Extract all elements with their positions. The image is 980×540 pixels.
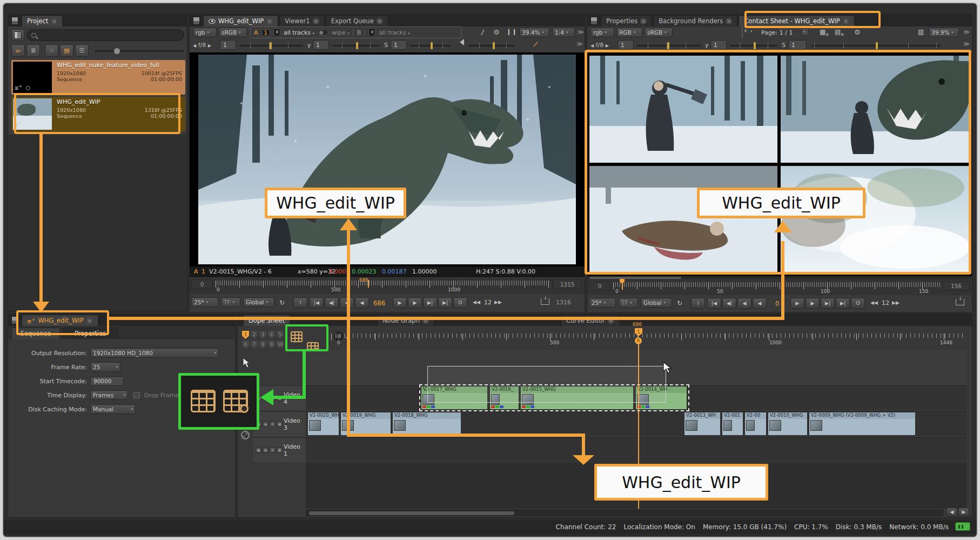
gamma-slider[interactable] [332,45,380,46]
wipe-pattern-icon[interactable]: ▨ [918,28,924,36]
volume-slider[interactable] [468,45,515,46]
playhead-badge[interactable]: A [635,337,642,344]
mask-icon[interactable]: ▣ [277,447,283,453]
close-icon[interactable] [726,18,732,24]
export-icon[interactable]: ↓ [956,299,964,305]
chevron-more-icon[interactable]: ≫ [963,29,969,36]
track-header-video1[interactable]: ●◉≣▣ Video 1 [253,437,306,462]
chevron-more-icon[interactable]: ≫ [578,29,583,36]
step-back-button[interactable]: ◀ [753,298,767,309]
jump-frames-value[interactable]: 12 [484,299,492,306]
jump-back-button[interactable]: ◀◀ [473,299,480,305]
select-row-icon[interactable]: ▦⊗ [820,28,829,37]
tag-10[interactable]: 10 [277,341,284,349]
current-frame[interactable]: 686 [373,299,385,307]
timeline-hscrollbar[interactable] [306,510,943,516]
eye-icon[interactable]: ◉ [263,447,269,453]
start-timecode-field[interactable]: 90000 [90,376,124,386]
timeline-clip[interactable]: V2-0013_WH [684,412,721,436]
jump-fwd-button[interactable]: ▶▶ [892,300,900,305]
tag-7[interactable]: 7 [251,341,258,349]
gamma-field[interactable]: 1 [710,40,727,50]
playhead-marker[interactable] [368,280,369,288]
track-lane-video1[interactable] [306,437,966,462]
prev-edit-button[interactable]: ◀| [722,298,736,309]
drop-frame-checkbox[interactable] [133,392,140,398]
gear-icon[interactable]: ⚙ [854,28,861,36]
project-bin-empty-area[interactable] [8,135,187,311]
close-icon[interactable] [640,18,647,24]
thumbnail-size-slider[interactable] [95,50,184,52]
a-layer-icon[interactable] [273,28,280,37]
gain-field[interactable]: 1 [220,40,236,50]
zoom-select[interactable]: 39.9% [929,28,959,37]
tab-background-renders[interactable]: Background Renders [653,15,737,26]
channel-select[interactable]: rgb [193,28,217,37]
bin-view-button[interactable] [11,29,24,41]
goto-start-button[interactable]: |◀ [310,297,324,308]
a-input-label[interactable]: A [254,29,258,36]
b-input-label[interactable]: B [353,29,366,36]
fps-select[interactable]: 25* [589,298,616,308]
loop-mode-icon[interactable]: ↻ [677,299,682,307]
b-layer-icon[interactable] [368,28,375,37]
sort-order-button[interactable]: ≣ [26,44,40,57]
tab-viewer1[interactable]: Viewer1 [279,15,324,26]
fps-select[interactable]: 25* [191,297,218,307]
export-icon[interactable]: ↓ [541,298,549,305]
step-back-button[interactable]: ◀ [355,297,369,308]
chevron-more-icon[interactable]: ≫ [963,41,969,48]
gain-slider[interactable] [637,45,701,46]
mask-icon[interactable]: ▣ [277,421,283,427]
jump-frames-value[interactable]: 12 [882,299,889,306]
proxy-select[interactable]: 1:4 [552,28,575,37]
disk-caching-select[interactable]: Manual [90,404,136,414]
play-backward-button[interactable]: ◀ [737,298,751,309]
view-list-button[interactable]: ☰ [75,44,89,57]
contact-timeline-ruler[interactable]: 0 0 50 100 150 156 [587,280,972,295]
gain-field[interactable]: 1 [617,40,634,50]
timeline-clip[interactable]: V2-001 [722,412,743,436]
tag-9[interactable]: 9 [268,341,275,349]
layers-icon[interactable]: ≣ [270,447,276,453]
layer-select[interactable]: RGB [616,28,642,37]
scrollbar-thumb[interactable] [309,511,514,515]
search-input[interactable] [26,29,184,41]
jump-fwd-button[interactable]: ▶▶ [494,299,502,305]
wipe-toggle[interactable] [318,29,328,36]
tf-select[interactable]: TF [619,298,638,308]
goto-start-button[interactable]: |◀ [707,298,721,309]
current-frame[interactable]: 0 [775,300,779,308]
output-resolution-select[interactable]: 1920x1080 HD_1080 [90,348,219,358]
track-header-video3[interactable]: ●◉≣▣ Video 3 [253,411,306,436]
channel-select[interactable]: rgb [590,28,614,37]
close-icon[interactable] [313,18,319,24]
contact-hscrollbar[interactable] [587,276,972,279]
tab-properties[interactable]: Properties [601,15,652,26]
step-forward-button[interactable]: ▶ [790,298,804,309]
gear-icon[interactable]: ⚙ [493,28,500,36]
viewer-timeline-ruler[interactable]: 0 0 500 1000 686 1315 [190,278,585,294]
panel-handle-icon[interactable] [590,17,598,25]
panel-handle-icon[interactable] [11,17,18,25]
pause-icon[interactable]: ❙❙ [506,28,517,35]
multiview-icon[interactable] [241,431,250,439]
saturation-field[interactable]: 1 [391,40,407,50]
view-details-button[interactable]: ▤ [60,44,73,57]
wipe-mode-select[interactable]: wipe ▾ [332,29,350,36]
goto-end-button[interactable]: ▶| [438,297,452,308]
caret-down-icon[interactable]: ▾ [750,29,753,34]
next-edit-button[interactable]: ▶| [821,298,835,309]
annotate-pen-icon[interactable]: ∕ [481,28,484,36]
timeline-clip[interactable]: V2-0010_WHG [768,412,808,436]
timeline-clip[interactable]: V2-0009_WHG (V2-0009_WHG > V2) [809,412,916,436]
play-button[interactable]: ▶ [806,298,820,309]
tab-viewer-sequence[interactable]: WHG_edit_WIP [203,15,278,26]
scroll-right-button[interactable]: ▶ [958,508,969,516]
a-input-index[interactable]: 1 [261,29,270,36]
close-icon[interactable] [266,18,273,24]
b-tracks-select[interactable]: all tracks ▾ [379,29,410,36]
roi-icon[interactable]: ⟋̷ [533,41,538,48]
step-forward-button[interactable]: ▶ [393,297,407,308]
next-edit-button[interactable]: ▶| [423,297,437,308]
